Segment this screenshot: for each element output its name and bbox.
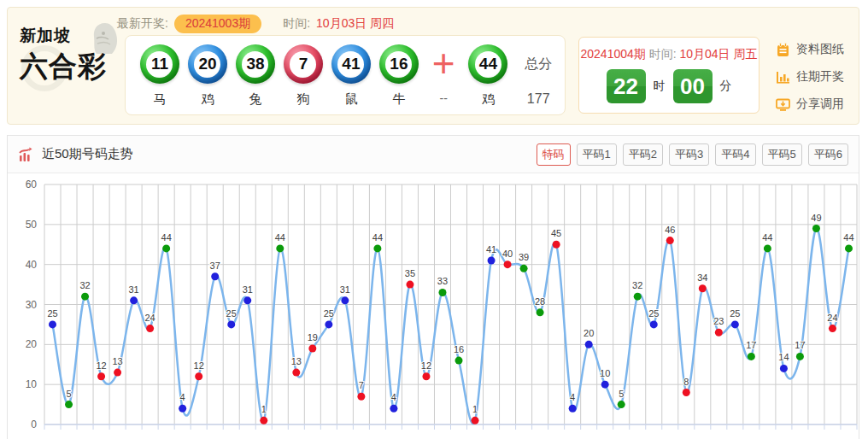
data-point-label: 35 (405, 268, 415, 278)
data-point (325, 320, 332, 328)
data-point-label: 4 (570, 392, 575, 402)
next-period: 20241004期 (580, 47, 645, 61)
data-point-label: 25 (648, 308, 659, 319)
ball-number: 16 (385, 51, 412, 78)
result-ball-cell: 38 兔 (232, 44, 279, 108)
data-point-label: 7 (359, 380, 364, 390)
ball-number: 44 (475, 51, 501, 78)
latest-date: 10月03日 周四 (316, 16, 394, 32)
data-point-label: 34 (697, 272, 707, 283)
data-point-label: 39 (519, 252, 529, 262)
lottery-ball: 7 (284, 44, 323, 84)
data-point-label: 31 (243, 284, 253, 295)
trend-chart-icon (18, 147, 35, 162)
y-axis-label: 40 (26, 259, 38, 271)
data-point-label: 25 (730, 308, 740, 319)
ball-zodiac: 马 (153, 91, 166, 108)
data-point-label: 28 (535, 296, 545, 307)
tab-special-number[interactable]: 特码 (537, 143, 571, 166)
data-point (537, 308, 544, 316)
link-data-charts[interactable]: 资料图纸 (776, 42, 844, 57)
data-point (472, 417, 479, 424)
data-point (764, 244, 771, 252)
data-point-label: 25 (47, 308, 57, 319)
data-point-label: 14 (778, 352, 789, 362)
data-point (715, 329, 723, 337)
minutes-unit-label: 分 (720, 79, 732, 94)
next-draw-title: 20241004期 时间: 10月04日 周五 (579, 47, 759, 62)
data-point (422, 372, 430, 380)
countdown-minutes: 00 (673, 69, 713, 103)
tab-normal-number-5[interactable]: 平码5 (762, 143, 802, 166)
data-point-label: 44 (762, 232, 772, 243)
data-point-label: 12 (194, 360, 204, 371)
data-point (455, 357, 463, 365)
data-point-label: 46 (665, 225, 675, 235)
trend-chart-title-wrap: 近50期号码走势 (18, 146, 133, 162)
latest-draw-row: 最新开奖: 20241003期 时间: 10月03日 周四 (117, 12, 394, 36)
result-balls-box: 11 马 20 鸡 38 兔 7 狗 41 鼠 16 牛 (125, 35, 566, 115)
countdown-clock: 22 时 00 分 (579, 69, 759, 103)
y-axis-label: 30 (26, 299, 38, 311)
lottery-ball: 41 (331, 44, 371, 84)
y-axis-label: 0 (31, 419, 37, 430)
data-point (390, 405, 397, 413)
y-axis-label: 50 (26, 219, 38, 231)
data-point-label: 40 (502, 249, 513, 259)
data-point-label: 44 (161, 232, 172, 243)
notebook-icon (776, 43, 790, 57)
data-point-label: 12 (96, 360, 106, 371)
data-point (292, 369, 300, 377)
data-point (569, 405, 577, 413)
result-ball-cell: 7 狗 (279, 44, 327, 108)
data-point (276, 244, 284, 252)
data-point (601, 381, 609, 389)
trend-line-chart: 0102030405060255321213312444412372531144… (8, 173, 859, 439)
tab-normal-number-2[interactable]: 平码2 (623, 143, 663, 166)
data-point (520, 265, 528, 272)
data-point (195, 372, 202, 380)
next-time-label: 时间: (649, 47, 677, 61)
data-point (308, 345, 316, 353)
number-type-tabs: 特码 平码1 平码2 平码3 平码4 平码5 平码6 (537, 143, 848, 166)
ball-zodiac: 鸡 (201, 91, 214, 108)
link-past-draws[interactable]: 往期开奖 (776, 69, 844, 85)
data-point (341, 296, 349, 304)
tab-normal-number-1[interactable]: 平码1 (577, 143, 617, 166)
tab-normal-number-4[interactable]: 平码4 (715, 143, 755, 166)
data-point-label: 24 (145, 313, 155, 323)
data-point-label: 44 (275, 232, 285, 243)
data-point-label: 24 (827, 313, 837, 323)
data-point-label: 25 (324, 308, 334, 319)
lottery-ball: 38 (236, 44, 275, 84)
data-point (634, 293, 642, 301)
data-point-label: 49 (811, 213, 821, 223)
data-point (65, 401, 73, 408)
lottery-ball: 16 (379, 44, 419, 84)
data-point (796, 353, 804, 360)
plus-icon: + (432, 44, 455, 82)
result-ball-cell: 41 鼠 (327, 44, 375, 108)
data-point-label: 33 (437, 276, 448, 286)
data-point-label: 16 (454, 344, 464, 354)
lottery-ball: 11 (140, 44, 179, 84)
ball-zodiac: 牛 (392, 91, 405, 108)
result-ball-cell: 11 马 (136, 44, 184, 108)
data-point (488, 256, 496, 264)
data-point-label: 32 (79, 280, 90, 290)
data-point-label: 5 (66, 389, 71, 399)
site-logo: 新加坡 六合彩 (20, 25, 120, 86)
page: 新加坡 六合彩 最新开奖: 20241003期 时间: 10月03日 周四 11… (0, 0, 868, 439)
link-share-embed[interactable]: 分享调用 (776, 97, 844, 112)
data-point (618, 401, 625, 408)
latest-time-label: 时间: (283, 16, 310, 32)
tab-normal-number-6[interactable]: 平码6 (808, 143, 848, 166)
data-point-label: 45 (551, 228, 561, 238)
tab-normal-number-3[interactable]: 平码3 (669, 143, 709, 166)
bar-chart-icon (776, 70, 790, 85)
data-point (748, 353, 755, 360)
latest-draw-label: 最新开奖: (117, 16, 168, 32)
data-point (49, 320, 56, 328)
ball-number: 11 (146, 51, 173, 78)
next-date: 10月04日 周五 (679, 47, 757, 61)
